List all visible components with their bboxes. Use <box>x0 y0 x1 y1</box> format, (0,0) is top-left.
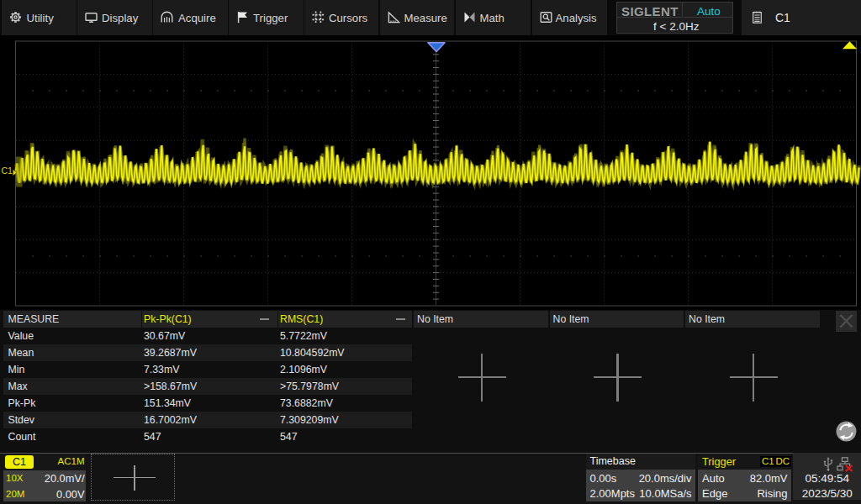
svg-text:C1: C1 <box>2 165 13 175</box>
